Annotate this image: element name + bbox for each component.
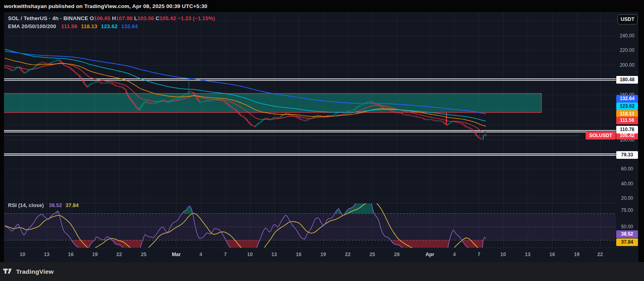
- ema-value: 111.56: [61, 23, 77, 29]
- symbol-title: SOL / TetherUS · 4h · BINANCE: [8, 15, 88, 21]
- price-axis-badge: 110.78: [616, 126, 638, 133]
- time-axis-label: 16: [296, 252, 301, 257]
- price-axis-tick: 75.00: [616, 207, 638, 213]
- price-axis-badge: 79.33: [616, 151, 638, 159]
- time-axis-label: 4: [453, 252, 456, 257]
- ohlc-values: O106.65 H107.98 L103.56 C105.42: [90, 15, 176, 21]
- rsi-legend[interactable]: RSI (14, close) 38.5237.84: [8, 202, 79, 208]
- time-axis-label: 16: [549, 252, 555, 257]
- time-axis-label: 13: [525, 252, 530, 257]
- ema-value: 132.64: [121, 23, 138, 29]
- price-axis-badge: 123.62: [616, 103, 638, 110]
- price-axis-tick: 240.00: [616, 33, 638, 39]
- time-axis-label: Mar: [172, 252, 181, 257]
- time-axis-label: 4: [200, 252, 202, 257]
- time-axis-label: 10: [20, 252, 25, 257]
- time-axis-label: 28: [394, 252, 400, 257]
- ohlc-label: L: [132, 15, 137, 21]
- price-axis-tick: 40.00: [616, 181, 638, 187]
- ohlc-value: 107.98: [116, 15, 132, 21]
- currency-toggle-button[interactable]: USDT: [617, 14, 638, 25]
- time-axis-label: 16: [68, 252, 74, 257]
- rsi-values: 38.5237.84: [45, 202, 79, 208]
- ohlc-value: 103.56: [137, 15, 154, 21]
- tradingview-brand[interactable]: TradingView: [16, 268, 54, 275]
- time-axis-label: 13: [271, 252, 277, 257]
- time-axis-label: 19: [574, 252, 580, 257]
- time-axis-label: 7: [478, 252, 481, 257]
- rsi-title: RSI (14, close): [8, 202, 44, 208]
- price-axis-tick: 220.00: [616, 47, 638, 53]
- time-axis-label: 13: [44, 252, 50, 257]
- price-chart-canvas[interactable]: [4, 12, 638, 262]
- ema-value: 123.62: [101, 23, 118, 29]
- time-axis-label: 25: [369, 252, 375, 257]
- ohlc-value: 106.65: [94, 15, 110, 21]
- price-axis-badge: 180.48: [616, 76, 638, 84]
- time-axis-label: 10: [247, 252, 253, 257]
- price-axis-tick: 60.00: [616, 166, 638, 172]
- time-axis-label: 25: [141, 252, 147, 257]
- ema-legend[interactable]: EMA 20/50/100/200 111.56118.13123.62132.…: [8, 23, 138, 29]
- ema-values: 111.56118.13123.62132.64: [58, 23, 138, 29]
- price-axis-tick: 200.00: [616, 62, 638, 68]
- price-axis-badge: 37.84: [616, 238, 638, 246]
- ohlc-label: C: [154, 15, 160, 21]
- symbol-legend[interactable]: SOL / TetherUS · 4h · BINANCE O106.65 H1…: [8, 15, 215, 21]
- rsi-value: 38.52: [49, 202, 62, 208]
- ohlc-value: 105.42: [159, 15, 176, 21]
- tradingview-published-chart: workwithshayan published on TradingView.…: [0, 0, 644, 281]
- time-axis-label: 22: [345, 252, 351, 257]
- price-axis-tick: 50.00: [616, 224, 638, 230]
- publish-header: workwithshayan published on TradingView.…: [4, 0, 207, 12]
- footer-bar: TradingView: [0, 262, 644, 281]
- price-axis-tick: 20.00: [616, 195, 638, 201]
- chart-area: SOL / TetherUS · 4h · BINANCE O106.65 H1…: [4, 12, 638, 262]
- price-axis-badge: 111.56: [616, 117, 638, 124]
- price-axis-badge: 38.52: [616, 230, 638, 238]
- time-axis-label: 7: [224, 252, 227, 257]
- time-axis-label: Apr: [425, 252, 434, 257]
- ohlc-label: O: [90, 15, 94, 21]
- change-value: −1.23 (−1.15%): [178, 15, 215, 21]
- last-price-symbol-tag: SOLUSDT: [586, 132, 616, 139]
- ohlc-label: H: [111, 15, 116, 21]
- time-axis-label: 10: [500, 252, 506, 257]
- time-axis-label: 19: [92, 252, 98, 257]
- ema-value: 118.13: [81, 23, 97, 29]
- price-axis-badge: 132.64: [616, 95, 638, 103]
- time-axis-label: 19: [320, 252, 326, 257]
- rsi-value: 37.84: [66, 202, 79, 208]
- time-axis-label: 22: [597, 252, 603, 257]
- tradingview-logo-icon[interactable]: [3, 269, 13, 275]
- time-axis-label: 22: [116, 252, 122, 257]
- ema-title: EMA 20/50/100/200: [8, 23, 56, 29]
